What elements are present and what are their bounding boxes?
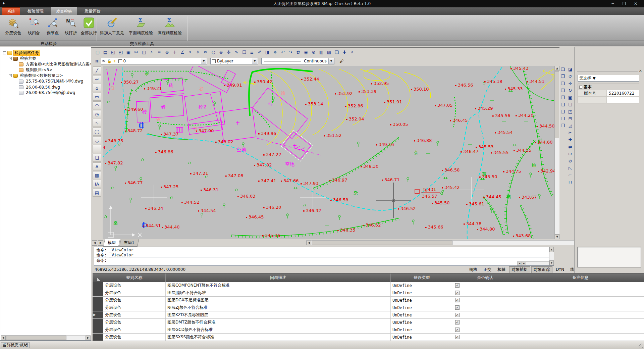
- scroll-up-arrow[interactable]: ▲: [555, 66, 559, 71]
- tree-expander[interactable]: -: [9, 57, 12, 60]
- cad-tool-icon[interactable]: ⊕: [163, 48, 171, 56]
- draw-tool-icon[interactable]: ◠: [93, 101, 101, 109]
- chevron-down-icon[interactable]: ▼: [252, 58, 257, 64]
- selection-combo[interactable]: 无选择 ▼: [578, 75, 639, 82]
- issue-row[interactable]: ▶ 分层设色 图层JJ颜色不符合标准 UnDefine ✓: [93, 289, 644, 297]
- column-header-description[interactable]: 问题描述: [166, 273, 391, 282]
- tree-expander[interactable]: -: [9, 74, 12, 77]
- draw-tool-icon[interactable]: ▤: [93, 189, 101, 197]
- confirm-checkbox[interactable]: ✓: [455, 305, 460, 310]
- cad-tool-icon[interactable]: ◨: [264, 48, 271, 56]
- cad-tool-icon[interactable]: ✑: [202, 48, 209, 56]
- select-all-cell[interactable]: [93, 273, 103, 282]
- modify-tool-icon[interactable]: ❑: [559, 108, 566, 115]
- cad-tool-icon[interactable]: ◎: [210, 48, 217, 56]
- modify-tool-icon[interactable]: ◿: [567, 122, 574, 129]
- tree-item[interactable]: - 25.75-68.75(孔滩镇小学).dwg: [2, 79, 91, 84]
- modify-tool-icon[interactable]: ⊘: [567, 157, 574, 164]
- draw-tool-icon[interactable]: IA: [93, 180, 101, 188]
- cad-tool-icon[interactable]: ↷: [287, 48, 294, 56]
- draw-tool-icon[interactable]: ╱: [93, 66, 101, 74]
- button-run-all[interactable]: 全部执行: [79, 17, 99, 36]
- cad-tool-icon[interactable]: ✜: [225, 48, 232, 56]
- cad-tool-icon[interactable]: ▨: [325, 48, 333, 56]
- ribbon-tab[interactable]: 质量评价: [80, 7, 105, 15]
- draw-tool-icon[interactable]: ◯: [93, 128, 101, 136]
- issue-row[interactable]: ▶ 分层设色 图层ZJ颜色不符合标准 UnDefine ✓: [93, 304, 644, 311]
- cad-tool-icon[interactable]: ◫: [140, 48, 148, 56]
- row-header[interactable]: ▶: [93, 289, 103, 296]
- cad-tool-icon[interactable]: ▤: [102, 48, 109, 56]
- row-header[interactable]: ▶: [93, 297, 103, 304]
- confirm-checkbox[interactable]: ✓: [455, 291, 460, 295]
- tree-item[interactable]: - 检验方案: [2, 56, 91, 61]
- row-header[interactable]: ▶: [93, 311, 103, 318]
- confirm-checkbox[interactable]: ✓: [455, 335, 460, 339]
- ribbon-tab[interactable]: 检验管理: [23, 7, 48, 15]
- scroll-right-arrow[interactable]: ▶: [522, 262, 526, 265]
- tab-scroll-right[interactable]: ▶: [98, 240, 103, 246]
- cad-tool-icon[interactable]: ⌕: [148, 48, 155, 56]
- modify-tool-icon[interactable]: ❏: [559, 101, 566, 108]
- modify-tool-icon[interactable]: ❏: [559, 66, 566, 73]
- confirm-checkbox[interactable]: ✓: [455, 320, 460, 325]
- maximize-button[interactable]: ❒: [619, 0, 630, 7]
- modify-tool-icon[interactable]: ✂: [567, 129, 574, 136]
- modify-tool-icon[interactable]: ◺: [567, 164, 574, 171]
- ribbon-tab[interactable]: 质量检验: [51, 7, 77, 15]
- modify-tool-icon[interactable]: ❐: [559, 73, 566, 80]
- scroll-thumb[interactable]: [312, 241, 452, 245]
- modify-tool-icon[interactable]: ◰: [567, 108, 574, 115]
- modify-tool-icon[interactable]: ▣: [567, 94, 574, 101]
- command-window[interactable]: 命令: _ViewColor命令: _ViewColor 命令: ▲ ▼ ◀ ▶: [94, 247, 554, 266]
- modify-tool-icon[interactable]: ⌐: [567, 171, 574, 179]
- tab-scroll-left[interactable]: ◀: [92, 240, 97, 246]
- cad-tool-icon[interactable]: ⊛: [310, 48, 317, 56]
- scroll-down-arrow[interactable]: ▼: [549, 260, 554, 265]
- cad-tool-icon[interactable]: ❑: [333, 48, 340, 56]
- confirm-checkbox[interactable]: ✓: [455, 298, 460, 302]
- column-header-note[interactable]: 备注信息: [517, 273, 644, 282]
- modify-tool-icon[interactable]: ❒: [559, 87, 566, 94]
- cad-tool-icon[interactable]: ◱: [109, 48, 117, 56]
- cad-tool-icon[interactable]: ✂: [132, 48, 140, 56]
- cad-tool-icon[interactable]: ◰: [117, 48, 124, 56]
- row-header[interactable]: ▶: [93, 282, 103, 289]
- row-header[interactable]: ▶: [93, 334, 103, 341]
- status-toggle[interactable]: 对象捕捉: [509, 266, 530, 273]
- property-value[interactable]: 5220160722: [607, 90, 639, 96]
- scroll-left-arrow[interactable]: ◀: [1, 336, 6, 340]
- status-toggle[interactable]: DYN: [553, 266, 567, 272]
- cad-tool-icon[interactable]: ⊚: [217, 48, 225, 56]
- resize-grip[interactable]: [639, 344, 643, 348]
- draw-tool-icon[interactable]: ·: [93, 145, 101, 153]
- issue-row[interactable]: ▶ 分层设色 图层KZD不是标准图层 UnDefine ✓: [93, 311, 644, 319]
- close-button[interactable]: ✕: [630, 0, 641, 7]
- tree-horizontal-scrollbar[interactable]: ◀ ▶: [1, 335, 91, 340]
- scroll-up-arrow[interactable]: ▲: [549, 247, 554, 252]
- button-layer-coloring[interactable]: 分层设色: [3, 17, 23, 36]
- collapse-icon[interactable]: -: [579, 86, 582, 89]
- cad-tool-icon[interactable]: ▣: [125, 48, 132, 56]
- cad-tool-icon[interactable]: ↶: [279, 48, 286, 56]
- cad-tool-icon[interactable]: ✿: [294, 48, 302, 56]
- cad-tool-icon[interactable]: ✎: [233, 48, 240, 56]
- issue-row[interactable]: ▶ 分层设色 图层GCD颜色不符合标准 UnDefine ✓: [93, 326, 644, 334]
- cad-tool-icon[interactable]: ≣: [248, 48, 256, 56]
- layers-icon[interactable]: ≋: [93, 57, 101, 65]
- modify-tool-icon[interactable]: ✚: [567, 136, 574, 143]
- button-plane-precision-check[interactable]: Σ 平面精度检验: [128, 17, 154, 36]
- draw-tool-icon[interactable]: ⌂: [93, 84, 101, 92]
- confirm-checkbox[interactable]: ✓: [455, 313, 460, 317]
- chevron-down-icon[interactable]: ▼: [593, 76, 596, 81]
- confirm-checkbox[interactable]: ✓: [455, 328, 460, 332]
- modify-tool-icon[interactable]: ❐: [559, 94, 566, 101]
- tab-layout1[interactable]: 布局1: [119, 239, 139, 247]
- draw-tool-icon[interactable]: ↩: [93, 75, 101, 83]
- column-header-rule[interactable]: 规则名称: [103, 273, 166, 282]
- issue-row[interactable]: ▶ 分层设色 图层DGX不是标准图层 UnDefine ✓: [93, 297, 644, 304]
- tree-item[interactable]: - 26.00-68.50.dwg: [2, 84, 91, 90]
- tree-item[interactable]: - 检验数据<数据数量:3>: [2, 73, 91, 79]
- color-combo[interactable]: ByLayer ▼: [210, 58, 258, 64]
- cad-tool-icon[interactable]: ⌗: [156, 48, 163, 56]
